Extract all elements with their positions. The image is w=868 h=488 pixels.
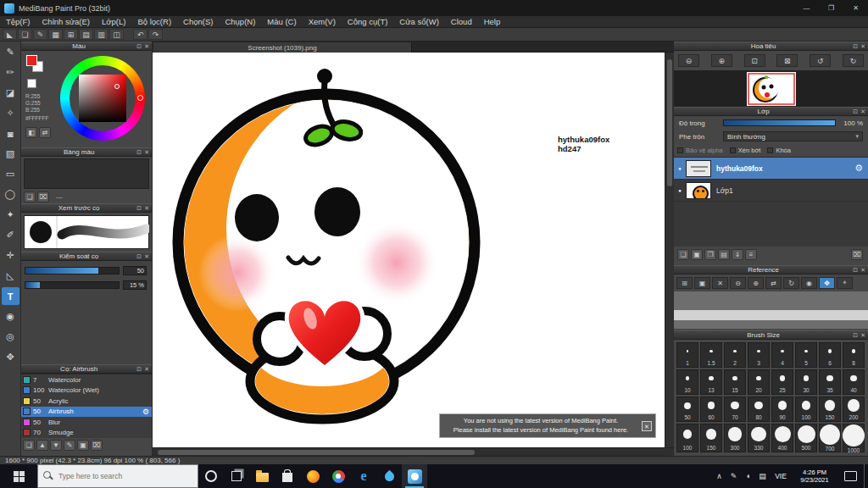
select-rect-tool[interactable]: ▭ (2, 165, 19, 183)
taskbar-search[interactable] (37, 464, 198, 488)
brush-size-1[interactable]: 1 (676, 342, 698, 368)
lasso-tool[interactable]: ◯ (2, 186, 19, 203)
brush-size-10[interactable]: 10 (676, 369, 698, 395)
sub-color-swatch[interactable] (27, 79, 36, 88)
checkbox-box[interactable] (767, 147, 773, 153)
ref-hand-icon[interactable]: ✥ (819, 277, 835, 289)
menu-item-ch-n-s[interactable]: Chọn(S) (177, 16, 219, 28)
layer-folder-icon[interactable]: ▤ (718, 249, 730, 260)
brush-size-15[interactable]: 15 (724, 369, 746, 395)
airbrush-tool[interactable]: ✧ (2, 104, 19, 122)
pen-settings-icon[interactable]: ✎ (33, 29, 47, 40)
undo-button[interactable]: ↶ (133, 29, 147, 40)
ruler-icon[interactable]: ◫ (109, 29, 124, 40)
tray-chevron-icon[interactable]: ∧ (712, 467, 726, 485)
brush-size-150[interactable]: 150 (700, 424, 722, 452)
delete-layer-icon[interactable]: ⌧ (851, 249, 863, 260)
pencil-tool[interactable]: ✏ (2, 64, 19, 81)
ref-zoom-in-icon[interactable]: ⊕ (748, 277, 764, 289)
ref-flip-icon[interactable]: ⇄ (765, 277, 782, 289)
hue-wheel[interactable] (60, 56, 145, 141)
panel-close-icon[interactable]: ✕ (144, 149, 149, 156)
brush-up-icon[interactable]: ▲ (36, 440, 48, 451)
brush-size-200[interactable]: 200 (843, 396, 865, 422)
brush-item-blur[interactable]: 50Blur (21, 417, 152, 428)
brush-size-70[interactable]: 70 (724, 396, 746, 422)
tray-keyboard-icon[interactable]: ▤ (755, 467, 770, 485)
brush-size-30[interactable]: 30 (795, 369, 817, 395)
material-icon[interactable]: ▦ (48, 29, 63, 40)
ref-zoom-out-icon[interactable]: ⊖ (730, 277, 746, 289)
brush-size-700[interactable]: 700 (819, 424, 841, 452)
taskbar-paint-icon[interactable] (376, 464, 402, 488)
brush-size-3[interactable]: 3 (748, 342, 770, 368)
ref-rotate-icon[interactable]: ↻ (783, 277, 799, 289)
tray-pen-icon[interactable]: ✎ (726, 467, 741, 485)
restore-button[interactable]: ❐ (819, 0, 843, 16)
brush-size-slider[interactable]: 50 (25, 265, 148, 275)
panel-float-icon[interactable]: ⊡ (853, 43, 858, 50)
panel-float-icon[interactable]: ⊡ (136, 366, 142, 373)
brush-size-100[interactable]: 100 (795, 396, 817, 422)
new-layer-icon[interactable]: ❏ (677, 249, 689, 260)
taskbar-taskview-icon[interactable] (224, 464, 249, 488)
layer-checkbox-b-o-v-alpha[interactable]: Bảo vệ alpha (677, 147, 723, 154)
brush-size-5[interactable]: 5 (795, 342, 817, 368)
ref-crosshair-icon[interactable]: ⌖ (837, 277, 853, 289)
minimize-button[interactable]: — (794, 0, 819, 16)
magic-wand-tool[interactable]: ✦ (2, 206, 19, 224)
brush-size-300[interactable]: 300 (724, 424, 746, 452)
snap-icon[interactable]: ▥ (94, 29, 108, 40)
brush-size-500[interactable]: 500 (795, 424, 817, 452)
brush-size-50[interactable]: 50 (676, 396, 698, 422)
menu-item-l-p-l[interactable]: Lớp(L) (96, 16, 131, 28)
ref-open-icon[interactable]: ⊞ (676, 277, 693, 289)
zoom-tool[interactable]: ◎ (2, 328, 19, 346)
horizontal-scroll-thumb[interactable] (158, 450, 475, 455)
menu-item-b-l-c-r[interactable]: Bộ lọc(R) (131, 16, 177, 28)
brush-down-icon[interactable]: ▼ (50, 440, 62, 451)
canvas-tab[interactable]: Screenshot (1039).png (153, 42, 412, 53)
search-input[interactable] (58, 472, 186, 480)
taskbar-store-icon[interactable] (275, 464, 300, 488)
brush-size-13[interactable]: 13 (700, 369, 722, 395)
rotate-left-icon[interactable]: ↺ (810, 54, 831, 67)
start-button[interactable] (0, 464, 37, 488)
zoom-in-icon[interactable]: ⊕ (711, 54, 732, 67)
canvas-vertical-scrollbar[interactable] (665, 53, 674, 447)
taskbar-firefox-icon[interactable] (300, 464, 326, 488)
fill-tool[interactable]: ◙ (2, 125, 19, 142)
text-tool[interactable]: T (2, 287, 19, 305)
menu-item-cloud[interactable]: Cloud (445, 16, 478, 28)
fit-window-icon[interactable]: ⊠ (776, 54, 798, 67)
pen-tool[interactable]: ✎ (2, 43, 19, 61)
layer-checkbox-x-n-b-t[interactable]: Xén bớt (730, 147, 761, 154)
menu-item-ch-p-n[interactable]: Chụp(N) (219, 16, 261, 28)
blend-mode-select[interactable]: Bình thường ▾ (723, 131, 863, 141)
sv-marker-icon[interactable] (114, 84, 120, 89)
add-brush-icon[interactable]: ❏ (23, 440, 35, 451)
panel-float-icon[interactable]: ⊡ (136, 149, 142, 156)
duplicate-layer-icon[interactable]: ❐ (704, 249, 716, 260)
zoom-100-icon[interactable]: ⊡ (744, 54, 765, 67)
layer-row-l-p1[interactable]: ●Lớp1 (674, 180, 868, 202)
brush-size-40[interactable]: 40 (843, 369, 865, 395)
taskbar-chrome-icon[interactable] (326, 464, 351, 488)
panel-float-icon[interactable]: ⊡ (853, 267, 858, 274)
hand-tool[interactable]: ✥ (2, 348, 19, 366)
layer-visibility-dot[interactable]: ● (674, 166, 686, 171)
brush-size-330[interactable]: 330 (748, 424, 770, 452)
taskbar-edge-icon[interactable]: e (351, 464, 376, 488)
palette-swatch-area[interactable] (24, 158, 149, 189)
select-pen-tool[interactable]: ✐ (2, 226, 19, 244)
panel-close-icon[interactable]: ✕ (144, 43, 149, 50)
slider-track[interactable] (25, 267, 120, 274)
panel-float-icon[interactable]: ⊡ (853, 108, 858, 115)
brush-item-smudge[interactable]: 70Smudge (21, 428, 152, 439)
opacity-slider[interactable] (723, 119, 836, 126)
brush-size-80[interactable]: 80 (748, 396, 770, 422)
checkbox-box[interactable] (730, 147, 736, 153)
guide-icon[interactable]: ▤ (79, 29, 93, 40)
menu-item-m-u-c[interactable]: Màu (C) (261, 16, 302, 28)
brush-size-400[interactable]: 400 (771, 424, 793, 452)
